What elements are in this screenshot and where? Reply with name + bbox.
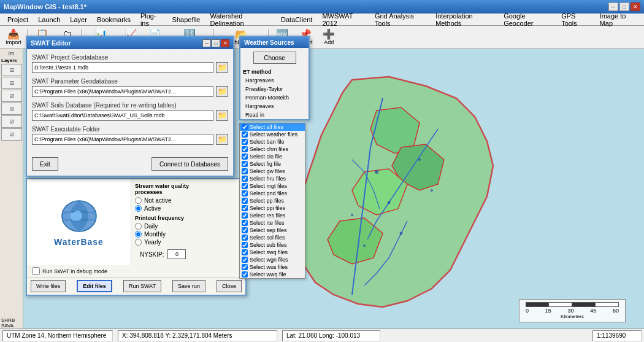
wwq-file-row[interactable]: Select wwq file (240, 271, 305, 278)
choose-button[interactable]: Choose (253, 52, 296, 64)
swq-files-checkbox[interactable] (242, 249, 248, 255)
swat-editor-minimize[interactable]: ─ (202, 39, 211, 47)
menu-interpolation[interactable]: Interpolation Methods (431, 11, 499, 28)
res-files-row[interactable]: Select res files (240, 212, 305, 219)
fig-file-checkbox[interactable] (242, 161, 248, 167)
pp-files-checkbox[interactable] (242, 198, 248, 204)
exit-button[interactable]: Exit (32, 157, 58, 171)
edit-files-button[interactable]: Edit files (77, 280, 112, 292)
menu-shapefile[interactable]: Shapefile (167, 15, 205, 25)
rte-files-checkbox[interactable] (242, 220, 248, 226)
sub-files-checkbox[interactable] (242, 242, 248, 248)
mgt-files-checkbox[interactable] (242, 183, 248, 189)
menu-grid[interactable]: Grid Analysis Tools (370, 11, 431, 28)
exec-folder-input[interactable] (32, 134, 213, 145)
ppi-files-row[interactable]: Select ppi files (240, 204, 305, 212)
sidebar-item-3[interactable]: ☑ (1, 90, 22, 102)
ban-file-checkbox[interactable] (242, 139, 248, 145)
weather-files-row[interactable]: Select weather files (240, 131, 305, 138)
yearly-row[interactable]: Yearly (135, 239, 242, 246)
wus-files-row[interactable]: Select wus files (240, 263, 305, 271)
gw-files-checkbox[interactable] (242, 168, 248, 174)
soils-db-browse[interactable]: 📁 (216, 110, 228, 121)
daily-radio[interactable] (135, 223, 142, 230)
cio-file-row[interactable]: Select cio file (240, 153, 305, 160)
active-row[interactable]: Active (135, 205, 242, 212)
weather-files-checkbox[interactable] (242, 131, 248, 138)
swat-editor-maximize[interactable]: □ (212, 39, 220, 47)
menu-gps[interactable]: GPS Tools (556, 11, 594, 28)
sep-files-row[interactable]: Select sep files (240, 227, 305, 234)
menu-mwswat[interactable]: MWSWAT 2012 (317, 11, 370, 28)
pp-files-row[interactable]: Select pp files (240, 197, 305, 204)
mgt-files-row[interactable]: Select mgt files (240, 182, 305, 190)
project-gdb-input[interactable] (32, 62, 213, 73)
minimize-button[interactable]: ─ (608, 2, 618, 11)
weather-title-bar[interactable]: Weather Sources (240, 37, 309, 48)
exec-folder-browse[interactable]: 📁 (216, 134, 228, 145)
menu-geocoder[interactable]: Google Geocoder (499, 11, 556, 28)
import-button[interactable]: 📥 Import (2, 27, 25, 48)
select-all-row[interactable]: Select all files (240, 123, 305, 131)
cio-file-checkbox[interactable] (242, 154, 248, 160)
active-radio[interactable] (135, 205, 142, 212)
wgn-files-row[interactable]: Select wgn files (240, 256, 305, 263)
ban-file-row[interactable]: Select ban file (240, 138, 305, 146)
sidebar-item-4[interactable]: ☑ (1, 103, 22, 115)
menu-watershed[interactable]: Watershed Delineation (205, 11, 276, 28)
wwq-file-checkbox[interactable] (242, 271, 248, 278)
maximize-button[interactable]: □ (619, 2, 629, 11)
fig-file-row[interactable]: Select fig file (240, 160, 305, 168)
sep-files-checkbox[interactable] (242, 227, 248, 233)
monthly-row[interactable]: Monthly (135, 231, 242, 238)
run-swat-button[interactable]: Run SWAT (123, 280, 161, 292)
param-gdb-input[interactable] (32, 86, 213, 97)
connect-databases-button[interactable]: Connect to Databases (151, 157, 228, 171)
monthly-radio[interactable] (135, 231, 142, 238)
menu-image-to-map[interactable]: Image to Map (595, 11, 642, 28)
sidebar-item-5[interactable]: ☑ (1, 115, 22, 128)
sidebar-item-2[interactable]: ☑ (1, 77, 22, 89)
pnd-files-checkbox[interactable] (242, 190, 248, 196)
sol-files-checkbox[interactable] (242, 235, 248, 241)
ppi-files-checkbox[interactable] (242, 205, 248, 211)
select-all-checkbox[interactable] (242, 124, 248, 130)
not-active-radio[interactable] (135, 197, 142, 204)
hru-files-checkbox[interactable] (242, 176, 248, 182)
rte-files-row[interactable]: Select rte files (240, 219, 305, 227)
add-button[interactable]: ➕ Add (318, 27, 340, 48)
write-files-button[interactable]: Write files (31, 280, 66, 292)
swat-editor-title-bar[interactable]: SWAT Editor ─ □ ✕ (27, 37, 233, 49)
nyskip-input[interactable] (167, 249, 186, 259)
pnd-files-row[interactable]: Select pnd files (240, 190, 305, 197)
daily-row[interactable]: Daily (135, 223, 242, 230)
yearly-radio[interactable] (135, 239, 142, 246)
wgn-files-checkbox[interactable] (242, 257, 248, 263)
chm-files-row[interactable]: Select chm files (240, 146, 305, 153)
debug-checkbox[interactable] (32, 267, 40, 275)
project-gdb-browse[interactable]: 📁 (216, 62, 228, 73)
sidebar-layers-item[interactable]: ☑ (1, 64, 22, 76)
close-button[interactable]: ✕ (631, 2, 640, 11)
gw-files-row[interactable]: Select gw files (240, 168, 305, 175)
menu-plugins[interactable]: Plug-ins (136, 11, 167, 28)
menu-dataclient[interactable]: DataClient (276, 15, 317, 25)
swat-editor-close[interactable]: ✕ (221, 39, 229, 47)
swq-files-row[interactable]: Select swq files (240, 249, 305, 256)
not-active-row[interactable]: Not active (135, 197, 242, 204)
menu-layer[interactable]: Layer (65, 15, 92, 25)
hru-files-row[interactable]: Select hru files (240, 175, 305, 182)
menu-bookmarks[interactable]: Bookmarks (92, 15, 136, 25)
sol-files-row[interactable]: Select sol files (240, 234, 305, 241)
close-run-button[interactable]: Close (217, 280, 242, 292)
soils-db-input[interactable] (32, 110, 213, 121)
wus-files-checkbox[interactable] (242, 264, 248, 270)
sub-files-row[interactable]: Select sub files (240, 241, 305, 249)
save-run-button[interactable]: Save run (172, 280, 205, 292)
res-files-checkbox[interactable] (242, 212, 248, 219)
chm-files-checkbox[interactable] (242, 146, 248, 152)
menu-launch[interactable]: Launch (33, 15, 65, 25)
sidebar-item-6[interactable]: ☑ (1, 128, 22, 141)
menu-project[interactable]: Project (2, 15, 33, 25)
param-gdb-browse[interactable]: 📁 (216, 86, 228, 97)
